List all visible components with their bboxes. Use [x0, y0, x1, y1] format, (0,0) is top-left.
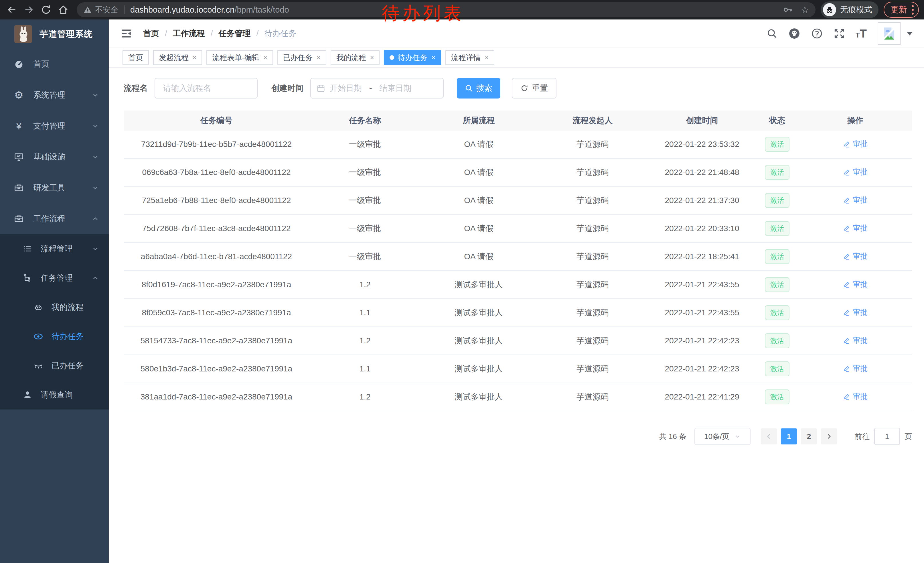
- sidebar-item-leave-query[interactable]: 请假查询: [0, 380, 109, 410]
- github-button[interactable]: [788, 27, 801, 40]
- robot-icon: [33, 302, 44, 312]
- approve-label: 审批: [853, 335, 868, 345]
- cell-create-time: 2022-01-22 21:37:30: [648, 196, 756, 205]
- cell-task-id: a6aba0a4-7b6d-11ec-b781-acde48001122: [124, 252, 309, 261]
- sidebar-item-home[interactable]: 首页: [0, 49, 109, 80]
- calendar-icon: [316, 84, 325, 93]
- sidebar-item-label: 首页: [33, 59, 99, 70]
- tab-done-tasks[interactable]: 已办任务×: [278, 50, 326, 65]
- close-icon[interactable]: ×: [370, 54, 374, 62]
- monitor-icon: [13, 152, 25, 162]
- help-button[interactable]: [811, 27, 823, 39]
- tab-home[interactable]: 首页: [123, 50, 149, 65]
- date-range-picker[interactable]: 开始日期 - 结束日期: [310, 78, 444, 99]
- browser-update-button[interactable]: 更新: [884, 2, 919, 18]
- sidebar-item-task-management[interactable]: 任务管理: [0, 263, 109, 293]
- start-date-placeholder: 开始日期: [330, 83, 362, 94]
- approve-link[interactable]: 审批: [843, 167, 868, 177]
- cell-process: 测试多审批人: [421, 363, 537, 374]
- approve-link[interactable]: 审批: [843, 363, 868, 374]
- browser-forward-button[interactable]: [22, 3, 36, 17]
- reset-button[interactable]: 重置: [512, 78, 556, 99]
- cell-starter: 芋道源码: [537, 363, 648, 374]
- cell-create-time: 2022-01-21 22:42:23: [648, 364, 756, 374]
- avatar[interactable]: [878, 22, 900, 45]
- bookmark-star-button[interactable]: ☆: [801, 5, 809, 15]
- browser-home-button[interactable]: [57, 3, 70, 17]
- approve-link[interactable]: 审批: [843, 307, 868, 317]
- warning-icon: [83, 5, 92, 14]
- search-button[interactable]: 搜索: [457, 78, 500, 99]
- sidebar-item-payment[interactable]: ¥ 支付管理: [0, 111, 109, 141]
- edit-pencil-icon: [843, 252, 850, 260]
- approve-link[interactable]: 审批: [843, 223, 868, 233]
- approve-link[interactable]: 审批: [843, 251, 868, 261]
- cell-task-name: 一级审批: [309, 223, 421, 234]
- next-page-button[interactable]: [821, 428, 837, 444]
- edit-pencil-icon: [843, 168, 850, 176]
- sidebar-item-my-process[interactable]: 我的流程: [0, 293, 109, 322]
- approve-link[interactable]: 审批: [843, 195, 868, 205]
- breadcrumb-task-management[interactable]: 任务管理: [219, 28, 251, 39]
- tags-view: 首页 发起流程× 流程表单-编辑× 已办任务× 我的流程× 待办任务× 流程详情…: [109, 48, 924, 68]
- tab-label: 首页: [128, 53, 143, 63]
- update-label: 更新: [891, 4, 907, 15]
- range-separator: -: [369, 84, 372, 93]
- eye-icon: [33, 331, 44, 342]
- prev-page-button[interactable]: [761, 428, 777, 444]
- browser-reload-button[interactable]: [39, 3, 52, 17]
- close-icon[interactable]: ×: [485, 54, 489, 62]
- status-badge: 激活: [765, 333, 789, 348]
- status-badge: 激活: [765, 165, 789, 180]
- approve-link[interactable]: 审批: [843, 279, 868, 289]
- page-1-button[interactable]: 1: [781, 428, 797, 444]
- page-2-button[interactable]: 2: [801, 428, 817, 444]
- status-badge: 激活: [765, 277, 789, 292]
- sidebar-item-label: 研发工具: [33, 182, 92, 193]
- close-icon[interactable]: ×: [263, 54, 267, 62]
- tab-my-process[interactable]: 我的流程×: [331, 50, 380, 65]
- tab-start-process[interactable]: 发起流程×: [153, 50, 202, 65]
- sidebar-item-workflow[interactable]: 工作流程: [0, 203, 109, 234]
- cell-task-name: 1.2: [309, 392, 421, 401]
- approve-link[interactable]: 审批: [843, 392, 868, 401]
- close-icon[interactable]: ×: [431, 54, 435, 62]
- avatar-caret-icon[interactable]: [907, 32, 912, 36]
- cell-task-name: 1.1: [309, 364, 421, 374]
- sidebar-item-infrastructure[interactable]: 基础设施: [0, 141, 109, 173]
- font-size-button[interactable]: TT: [856, 27, 867, 40]
- header-search-button[interactable]: [766, 28, 778, 39]
- sidebar-item-process-management[interactable]: 流程管理: [0, 234, 109, 263]
- task-table: 任务编号 任务名称 所属流程 流程发起人 创建时间 状态 操作 73211d9d…: [124, 111, 912, 411]
- page-size-select[interactable]: 10条/页: [694, 428, 750, 445]
- tab-process-detail[interactable]: 流程详情×: [446, 50, 494, 65]
- cell-task-id: 580e1b3d-7ac8-11ec-a9e2-a2380e71991a: [124, 364, 309, 374]
- browser-back-button[interactable]: [5, 3, 18, 17]
- tab-todo-tasks[interactable]: 待办任务×: [384, 50, 441, 65]
- browser-menu-icon[interactable]: [912, 5, 914, 15]
- sidebar-item-label: 待办任务: [51, 331, 99, 342]
- approve-link[interactable]: 审批: [843, 335, 868, 345]
- sidebar-item-system[interactable]: ⚙ 系统管理: [0, 80, 109, 111]
- password-key-button[interactable]: [783, 5, 793, 15]
- sidebar-item-todo-tasks[interactable]: 待办任务: [0, 322, 109, 351]
- sidebar-item-label: 请假查询: [40, 389, 99, 400]
- jump-page-input[interactable]: 1: [874, 428, 900, 445]
- process-name-input[interactable]: 请输入流程名: [154, 78, 258, 99]
- breadcrumb-home[interactable]: 首页: [143, 28, 159, 39]
- logo-row: 芋道管理系统: [0, 20, 109, 49]
- approve-link[interactable]: 审批: [843, 139, 868, 149]
- close-icon[interactable]: ×: [317, 54, 321, 62]
- chevron-down-icon: [92, 153, 99, 161]
- cell-task-id: 725a1eb6-7b88-11ec-8ef0-acde48001122: [124, 196, 309, 205]
- breadcrumb-workflow[interactable]: 工作流程: [173, 28, 205, 39]
- fullscreen-button[interactable]: [833, 27, 845, 39]
- sidebar-item-label: 已办任务: [51, 360, 99, 371]
- sidebar-item-devtools[interactable]: 研发工具: [0, 173, 109, 203]
- active-dot-icon: [390, 55, 394, 60]
- sidebar-item-label: 流程管理: [40, 243, 92, 254]
- tab-form-edit[interactable]: 流程表单-编辑×: [206, 50, 273, 65]
- close-icon[interactable]: ×: [193, 54, 196, 62]
- sidebar-item-done-tasks[interactable]: 已办任务: [0, 351, 109, 380]
- sidebar-toggle-button[interactable]: [120, 27, 132, 39]
